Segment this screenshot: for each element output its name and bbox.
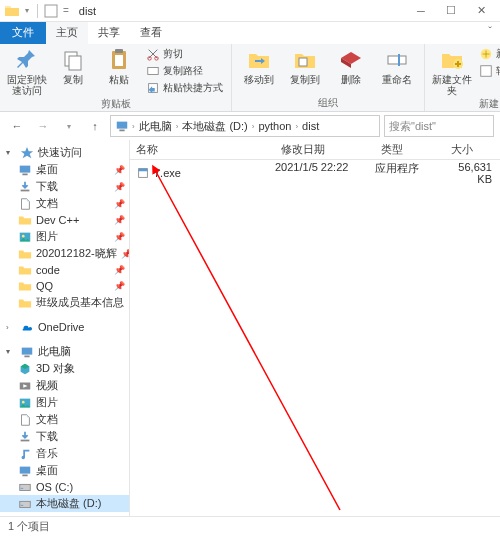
address-bar-row: ← → ▾ ↑ › 此电脑› 本地磁盘 (D:)› python› dist 搜…: [0, 112, 500, 140]
sidebar-item[interactable]: 视频: [0, 377, 129, 394]
sidebar-item[interactable]: 音乐: [0, 445, 129, 462]
tab-view[interactable]: 查看: [130, 22, 172, 44]
shortcut-icon: [146, 81, 160, 95]
delete-button[interactable]: 删除: [330, 46, 372, 85]
sidebar-item[interactable]: 班级成员基本信息📌: [0, 294, 129, 311]
folder-icon: [18, 263, 32, 277]
copypath-button[interactable]: 复制路径: [144, 63, 225, 79]
rename-button[interactable]: 重命名: [376, 46, 418, 85]
sidebar-item[interactable]: 3D 对象: [0, 360, 129, 377]
ribbon-group-new: 新建文件夹 新建项目 ▾ 轻松访问 ▾ 新建: [425, 44, 500, 111]
file-list[interactable]: 7.exe2021/1/5 22:22应用程序56,631 KB: [130, 160, 500, 516]
sidebar-item[interactable]: 桌面: [0, 462, 129, 479]
breadcrumb-item[interactable]: python: [257, 120, 292, 132]
sidebar-onedrive[interactable]: ›OneDrive: [0, 319, 129, 335]
svg-rect-10: [299, 58, 307, 66]
sidebar-item[interactable]: 下载📌: [0, 178, 129, 195]
music-icon: [18, 447, 32, 461]
forward-button[interactable]: →: [32, 115, 54, 137]
tab-home[interactable]: 主页: [46, 22, 88, 44]
window-controls: ─ ☐ ✕: [406, 0, 496, 22]
file-row[interactable]: 7.exe2021/1/5 22:22应用程序56,631 KB: [130, 160, 500, 186]
newitem-button[interactable]: 新建项目 ▾: [477, 46, 500, 62]
status-bar: 1 个项目: [0, 516, 500, 536]
breadcrumb-item[interactable]: dist: [301, 120, 320, 132]
svg-rect-8: [148, 68, 159, 75]
recent-dropdown[interactable]: ▾: [58, 115, 80, 137]
ribbon-expand-button[interactable]: ˇ: [480, 22, 500, 44]
pc-icon: [20, 345, 34, 359]
svg-rect-36: [22, 474, 27, 476]
main-area: ▾快速访问 桌面📌下载📌文档📌Dev C++📌图片📌202012182-晓辉📌c…: [0, 140, 500, 516]
cut-button[interactable]: 剪切: [144, 46, 225, 62]
tab-file[interactable]: 文件: [0, 22, 46, 44]
sidebar-item[interactable]: QQ📌: [0, 278, 129, 294]
copy-button[interactable]: 复制: [52, 46, 94, 85]
minimize-button[interactable]: ─: [406, 0, 436, 22]
tab-share[interactable]: 共享: [88, 22, 130, 44]
col-name[interactable]: 名称: [130, 140, 275, 159]
qat-item-icon[interactable]: [43, 3, 59, 19]
maximize-button[interactable]: ☐: [436, 0, 466, 22]
copyto-button[interactable]: 复制到: [284, 46, 326, 85]
star-icon: [20, 146, 34, 160]
pin-button[interactable]: 固定到快速访问: [6, 46, 48, 96]
sidebar-item[interactable]: 202012182-晓辉📌: [0, 245, 129, 262]
cloud-icon: [20, 320, 34, 334]
easyaccess-button[interactable]: 轻松访问 ▾: [477, 63, 500, 79]
copyto-icon: [293, 48, 317, 72]
folder-icon: [18, 296, 32, 310]
sidebar-item[interactable]: 图片📌: [0, 228, 129, 245]
sidebar-item[interactable]: 图片: [0, 394, 129, 411]
moveto-button[interactable]: 移动到: [238, 46, 280, 85]
sidebar-quickaccess[interactable]: ▾快速访问: [0, 144, 129, 161]
path-icon: [146, 64, 160, 78]
pin-indicator: 📌: [114, 182, 125, 192]
svg-rect-23: [119, 130, 124, 132]
col-date[interactable]: 修改日期: [275, 140, 375, 159]
sidebar-item[interactable]: Dev C++📌: [0, 212, 129, 228]
qat-dropdown-icon[interactable]: ▾: [22, 3, 32, 19]
ribbon: 固定到快速访问 复制 粘贴 剪切 复制路径 粘贴快捷方式 剪贴板 移动到 复制到…: [0, 44, 500, 112]
search-input[interactable]: 搜索"dist": [384, 115, 494, 137]
pictures-icon: [18, 396, 32, 410]
svg-rect-4: [115, 49, 123, 53]
svg-rect-5: [115, 55, 123, 66]
copy-icon: [61, 48, 85, 72]
sidebar-item[interactable]: 桌面📌: [0, 161, 129, 178]
breadcrumb-item[interactable]: 本地磁盘 (D:): [181, 119, 248, 134]
pin-indicator: 📌: [121, 249, 129, 259]
svg-rect-39: [20, 501, 31, 507]
sidebar-item[interactable]: 下载: [0, 428, 129, 445]
sidebar-item[interactable]: 文档: [0, 411, 129, 428]
breadcrumb-item[interactable]: 此电脑: [138, 119, 173, 134]
breadcrumb[interactable]: › 此电脑› 本地磁盘 (D:)› python› dist: [110, 115, 380, 137]
svg-rect-22: [117, 122, 128, 129]
disk-icon: [18, 480, 32, 494]
col-size[interactable]: 大小: [445, 140, 500, 159]
rename-icon: [385, 48, 409, 72]
sidebar-item[interactable]: 本地磁盘 (D:): [0, 495, 129, 512]
document-icon: [18, 197, 32, 211]
sidebar-item[interactable]: OS (C:): [0, 479, 129, 495]
svg-rect-29: [22, 347, 33, 354]
svg-rect-37: [20, 484, 31, 490]
paste-button[interactable]: 粘贴: [98, 46, 140, 85]
close-button[interactable]: ✕: [466, 0, 496, 22]
newfolder-button[interactable]: 新建文件夹: [431, 46, 473, 96]
svg-rect-25: [22, 173, 27, 175]
column-headers: 名称 修改日期 类型 大小: [130, 140, 500, 160]
sidebar-thispc[interactable]: ▾此电脑: [0, 343, 129, 360]
back-button[interactable]: ←: [6, 115, 28, 137]
sidebar-item[interactable]: 文档📌: [0, 195, 129, 212]
window-title: dist: [79, 5, 96, 17]
pasteshortcut-button[interactable]: 粘贴快捷方式: [144, 80, 225, 96]
download-icon: [18, 180, 32, 194]
file-content: 名称 修改日期 类型 大小 7.exe2021/1/5 22:22应用程序56,…: [130, 140, 500, 516]
up-button[interactable]: ↑: [84, 115, 106, 137]
delete-icon: [339, 48, 363, 72]
item-count: 1 个项目: [8, 519, 50, 534]
col-type[interactable]: 类型: [375, 140, 445, 159]
ribbon-group-clipboard: 固定到快速访问 复制 粘贴 剪切 复制路径 粘贴快捷方式 剪贴板: [0, 44, 232, 111]
sidebar-item[interactable]: code📌: [0, 262, 129, 278]
